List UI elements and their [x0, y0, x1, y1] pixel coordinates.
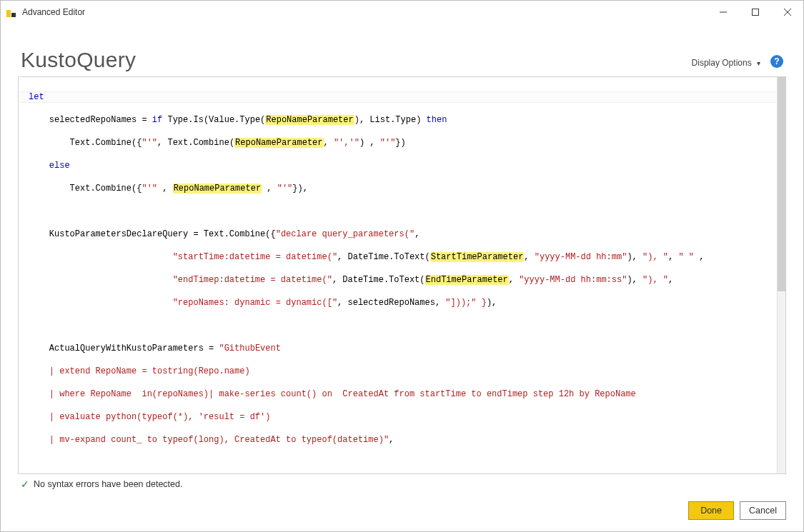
help-icon[interactable]: ?: [770, 55, 783, 68]
checkmark-icon: ✓: [21, 478, 29, 490]
footer: Done Cancel: [1, 491, 803, 531]
svg-rect-1: [752, 9, 758, 16]
header: KustoQuery Display Options ▾ ?: [1, 24, 803, 76]
display-options-label: Display Options: [692, 58, 752, 68]
scrollbar[interactable]: [777, 77, 785, 473]
titlebar: Advanced Editor: [1, 1, 803, 24]
done-button[interactable]: Done: [688, 501, 734, 520]
window-title: Advanced Editor: [22, 7, 85, 17]
scrollbar-thumb[interactable]: [778, 77, 785, 291]
status-bar: ✓ No syntax errors have been detected.: [1, 474, 803, 491]
page-title: KustoQuery: [21, 48, 136, 72]
display-options-dropdown[interactable]: Display Options ▾: [692, 58, 760, 68]
cancel-button[interactable]: Cancel: [740, 501, 786, 520]
status-message: No syntax errors have been detected.: [34, 479, 182, 489]
code-editor[interactable]: let selectedRepoNames = if Type.Is(Value…: [18, 76, 786, 474]
close-button[interactable]: [771, 1, 803, 24]
window-controls: [707, 1, 803, 24]
maximize-button[interactable]: [739, 1, 771, 24]
code-area[interactable]: let selectedRepoNames = if Type.Is(Value…: [19, 77, 777, 473]
minimize-button[interactable]: [707, 1, 739, 24]
advanced-editor-window: Advanced Editor KustoQuery Display Optio…: [0, 0, 804, 532]
chevron-down-icon: ▾: [757, 59, 760, 67]
powerbi-icon: [6, 7, 16, 17]
